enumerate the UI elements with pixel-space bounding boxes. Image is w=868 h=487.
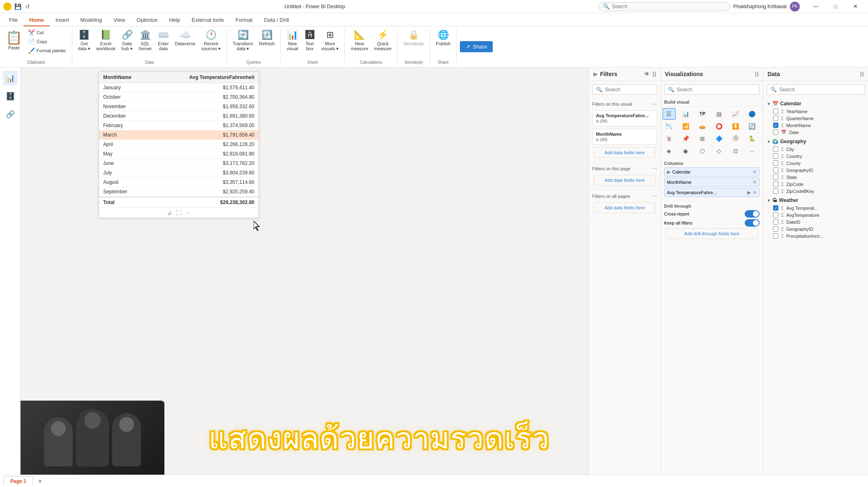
tab-file[interactable]: File — [3, 14, 23, 26]
undo-button[interactable]: ↺ — [24, 3, 31, 10]
data-search-input[interactable] — [779, 87, 861, 93]
title-search-box[interactable]: 🔍 — [598, 2, 730, 11]
sql-server-button[interactable]: 🏛️ SQLServer — [136, 28, 154, 53]
sensitivity-button[interactable]: 🔒 Sensitivity — [401, 28, 427, 48]
tab-external-tools[interactable]: External tools — [186, 14, 230, 26]
title-search-input[interactable] — [612, 4, 725, 9]
avgtemperature-checkbox[interactable] — [773, 212, 778, 218]
save-button[interactable]: 💾 — [14, 3, 21, 10]
filter-all-add[interactable]: Add data fields here — [594, 202, 656, 213]
paste-button[interactable]: 📋 Paste — [3, 28, 25, 52]
tree-section-geography-header[interactable]: ▼ 🌍 Geography — [765, 137, 866, 146]
date-checkbox[interactable] — [773, 130, 778, 135]
get-data-button[interactable]: 🗄️ Getdata ▾ — [76, 28, 93, 53]
temp-expand-icon[interactable]: ▶ — [747, 190, 751, 195]
yearname-checkbox[interactable] — [773, 109, 778, 114]
filter-footer-icon[interactable]: ⊿ — [167, 209, 172, 216]
viz-icon-ribbon[interactable]: 🔷 — [712, 133, 725, 144]
minimize-button[interactable]: — — [806, 0, 825, 13]
tree-item-state[interactable]: Σ State — [765, 174, 866, 181]
viz-icon-scatter[interactable]: 🔵 — [746, 108, 759, 120]
tree-item-monthname[interactable]: ✓ Σ MonthName — [765, 122, 866, 129]
sidebar-icon-data[interactable]: 🗄️ — [3, 89, 18, 104]
viz-icon-python[interactable]: 🐍 — [746, 133, 759, 144]
tab-home[interactable]: Home — [23, 14, 50, 26]
tree-item-quartername[interactable]: Σ QuarterName — [765, 115, 866, 122]
more-visuals-button[interactable]: ⊞ Morevisuals ▾ — [319, 28, 342, 53]
table-row[interactable]: October $2,700,364.80 — [99, 93, 259, 102]
state-checkbox[interactable] — [773, 174, 778, 180]
close-button[interactable]: ✕ — [846, 0, 865, 13]
viz-expand-icon[interactable]: ⟩⟩ — [755, 71, 759, 77]
share-button[interactable]: ↗ Share — [460, 41, 493, 52]
focus-footer-icon[interactable]: ⛶ — [176, 209, 182, 216]
table-row[interactable]: May $2,816,081.80 — [99, 149, 259, 159]
filter-visual-add[interactable]: Add data fields here — [594, 147, 656, 158]
refresh-button[interactable]: 🔃 Refresh — [256, 28, 277, 48]
page-tab-1[interactable]: Page 1 — [3, 476, 33, 486]
viz-icon-kpi[interactable]: 📌 — [679, 133, 692, 144]
table-row[interactable]: December $1,691,380.60 — [99, 111, 259, 121]
new-measure-button[interactable]: 📐 Newmeasure — [348, 28, 371, 53]
column-expand-icon[interactable]: ▶ — [667, 169, 671, 175]
avgtemperat-checkbox[interactable]: ✓ — [773, 205, 778, 211]
table-visual[interactable]: MonthName Avg TemperatureFahrenheit Janu… — [99, 72, 259, 218]
more-footer-icon[interactable]: ··· — [186, 209, 191, 216]
viz-icon-col[interactable]: 📶 — [679, 121, 692, 132]
tree-item-geogeographyid[interactable]: Σ GeographyID — [765, 225, 866, 232]
county-checkbox[interactable] — [773, 160, 778, 166]
viz-icon-map[interactable]: 🗺 — [696, 108, 709, 120]
tree-item-date[interactable]: 📅 Date — [765, 129, 866, 136]
viz-icon-area[interactable]: 📉 — [663, 121, 676, 132]
column-tag-monthname[interactable]: MonthName ✕ — [664, 178, 760, 187]
table-row[interactable]: August $3,357,114.60 — [99, 178, 259, 187]
table-row[interactable]: November $1,958,332.60 — [99, 102, 259, 111]
tab-optimize[interactable]: Optimize — [131, 14, 163, 26]
column-tag-temp[interactable]: Avg TemperatureFahre... ▶ ✕ — [664, 188, 760, 197]
quartername-checkbox[interactable] — [773, 116, 778, 121]
filter-page-more-icon[interactable]: ··· — [651, 165, 657, 172]
user-avatar[interactable]: PK — [790, 2, 800, 12]
viz-icon-more-btn[interactable]: ··· — [746, 145, 759, 157]
monthname-checkbox[interactable]: ✓ — [773, 123, 778, 128]
tree-item-zipcode[interactable]: Σ ZipCode — [765, 181, 866, 188]
zipcodebkey-checkbox[interactable] — [773, 188, 778, 194]
filter-visual-more-icon[interactable]: ··· — [651, 100, 657, 108]
new-visual-button[interactable]: 📊 Newvisual — [284, 28, 300, 53]
cross-report-toggle[interactable] — [745, 210, 760, 218]
filters-search-input[interactable] — [605, 87, 653, 93]
filters-expand-icon[interactable]: ⟩⟩ — [652, 71, 656, 77]
viz-search-input[interactable] — [677, 87, 756, 93]
tree-item-dateid[interactable]: Σ DateID — [765, 218, 866, 225]
viz-icon-q8[interactable]: ⊡ — [729, 145, 742, 157]
filter-all-more-icon[interactable]: ··· — [651, 192, 657, 200]
zipcode-checkbox[interactable] — [773, 181, 778, 187]
format-painter-button[interactable]: 🖌️ Format painter — [25, 46, 69, 55]
temp-close-icon[interactable]: ✕ — [753, 190, 757, 195]
viz-icon-donut[interactable]: ⭕ — [712, 121, 725, 132]
table-row[interactable]: June $3,173,762.20 — [99, 159, 259, 168]
data-hub-button[interactable]: 🔗 Datahub ▾ — [119, 28, 135, 53]
table-row[interactable]: February $1,374,569.00 — [99, 121, 259, 130]
tree-item-avgtemperature[interactable]: Σ AvgTemperature — [765, 211, 866, 218]
tab-insert[interactable]: Insert — [50, 14, 75, 26]
tree-item-geographyid[interactable]: Σ GeographyID — [765, 167, 866, 174]
tab-help[interactable]: Help — [164, 14, 186, 26]
tab-data-drill[interactable]: Data / Drill — [258, 14, 295, 26]
tree-item-avgtemperat[interactable]: ✓ Σ Avg Temperat... — [765, 204, 866, 211]
geographyid-checkbox[interactable] — [773, 167, 778, 173]
column-tag-calendar[interactable]: ▶ Calendar ✕ — [664, 167, 760, 176]
table-row[interactable]: April $2,266,128.20 — [99, 140, 259, 149]
viz-icon-stacked-bar[interactable]: ▤ — [712, 108, 725, 120]
viz-icon-table[interactable]: ☰ — [663, 108, 676, 120]
geogeographyid-checkbox[interactable] — [773, 226, 778, 232]
data-search[interactable]: 🔍 — [766, 84, 865, 95]
tab-view[interactable]: View — [108, 14, 131, 26]
tab-format[interactable]: Format — [230, 14, 258, 26]
viz-icon-funnel[interactable]: ⏬ — [729, 121, 742, 132]
tree-item-precipitation[interactable]: Σ PrecipitationInch... — [765, 232, 866, 239]
viz-icon-q6[interactable]: ⬡ — [696, 145, 709, 157]
filter-card-month[interactable]: MonthName is (All) — [592, 129, 657, 145]
cut-button[interactable]: ✂️ Cut — [25, 28, 69, 37]
table-row[interactable]: July $3,604,239.80 — [99, 168, 259, 178]
